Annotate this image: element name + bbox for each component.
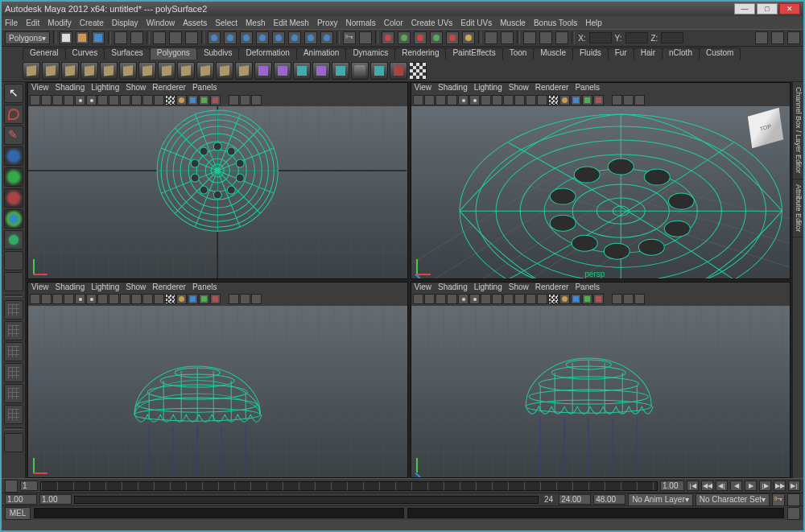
shelf-torus-icon[interactable]	[119, 62, 137, 80]
mask-misc-icon[interactable]	[320, 31, 333, 44]
vp-menu-renderer[interactable]: Renderer	[152, 282, 186, 293]
vp-renderer3-icon[interactable]	[634, 95, 645, 105]
vp-isolate-icon[interactable]	[559, 95, 570, 105]
viewport-top[interactable]: View Shading Lighting Show Renderer Pane…	[27, 82, 408, 279]
go-end-button[interactable]: ▶|	[788, 480, 800, 491]
sel-component-icon[interactable]	[169, 31, 182, 44]
vp-bookmark-icon[interactable]	[424, 294, 435, 304]
time-current-end-field[interactable]	[660, 480, 684, 491]
tab-fur[interactable]: Fur	[608, 47, 634, 60]
lasso-tool-icon[interactable]	[4, 105, 23, 124]
vp-image-plane-icon[interactable]	[436, 95, 446, 105]
vp-textured-icon[interactable]	[131, 95, 142, 105]
minimize-button[interactable]: —	[734, 3, 755, 14]
mask-curve-icon[interactable]	[240, 31, 253, 44]
viewport-front[interactable]: View Shading Lighting Show Renderer Pane…	[27, 282, 408, 479]
layout-three-top-icon[interactable]	[4, 384, 23, 403]
vp-menu-view[interactable]: View	[31, 282, 49, 293]
menu-proxy[interactable]: Proxy	[317, 19, 338, 27]
vp-wireframe-icon[interactable]	[492, 95, 502, 105]
snap-live-icon[interactable]	[446, 31, 459, 44]
vp-menu-shading[interactable]: Shading	[56, 282, 85, 293]
vp-menu-lighting[interactable]: Lighting	[474, 83, 502, 93]
vp-shaded-icon[interactable]	[120, 294, 130, 304]
vp-camera-select-icon[interactable]	[30, 95, 40, 105]
vp-menu-lighting[interactable]: Lighting	[91, 282, 119, 293]
menu-display[interactable]: Display	[112, 19, 138, 27]
vp-menu-show[interactable]: Show	[509, 282, 529, 293]
undo-icon[interactable]	[114, 31, 127, 44]
menu-bonustools[interactable]: Bonus Tools	[534, 19, 577, 27]
layout-single-icon[interactable]	[4, 300, 23, 320]
vp-hqrender-icon[interactable]	[548, 95, 559, 105]
vp-safe-area-icon[interactable]	[97, 294, 108, 304]
tab-custom[interactable]: Custom	[699, 47, 741, 60]
vp-bookmark-icon[interactable]	[41, 95, 52, 105]
vp-menu-panels[interactable]: Panels	[575, 83, 600, 93]
vp-renderer1-icon[interactable]	[229, 294, 239, 304]
shelf-platonic-icon[interactable]	[235, 62, 253, 80]
vp-menu-renderer[interactable]: Renderer	[535, 83, 569, 93]
char-set-selector[interactable]: No Character Set ▾	[696, 493, 770, 506]
range-start-outer[interactable]	[5, 494, 37, 505]
vp-wireframe-icon[interactable]	[109, 294, 119, 304]
tab-toon[interactable]: Toon	[502, 47, 535, 60]
vp-renderer3-icon[interactable]	[251, 294, 262, 304]
vp-renderer2-icon[interactable]	[240, 95, 250, 105]
script-editor-icon[interactable]	[787, 507, 800, 520]
menu-normals[interactable]: Normals	[346, 19, 376, 27]
vp-lights-icon[interactable]	[526, 95, 536, 105]
attribute-editor-tab[interactable]: Attribute Editor	[793, 179, 803, 238]
vp-bookmark-icon[interactable]	[41, 294, 52, 304]
tab-animation[interactable]: Animation	[296, 47, 346, 60]
last-tool-icon[interactable]	[4, 272, 23, 291]
prefs-icon[interactable]	[787, 493, 800, 506]
tab-surfaces[interactable]: Surfaces	[104, 47, 150, 60]
vp-grid-icon[interactable]	[593, 95, 604, 105]
vp-grid-icon[interactable]	[210, 294, 221, 304]
shelf-pipe-icon[interactable]	[177, 62, 195, 80]
shelf-cube-icon[interactable]	[42, 62, 60, 80]
vp-menu-show[interactable]: Show	[509, 83, 529, 93]
step-fwd-button[interactable]: |▶	[759, 480, 771, 491]
shelf-pyramid-icon[interactable]	[158, 62, 175, 80]
mask-deform-icon[interactable]	[272, 31, 285, 44]
tab-rendering[interactable]: Rendering	[394, 47, 446, 60]
vp-wireframe-icon[interactable]	[109, 95, 119, 105]
vp-xrayjoint-icon[interactable]	[582, 294, 592, 304]
tab-general[interactable]: General	[23, 47, 66, 60]
vp-xray-icon[interactable]	[188, 294, 198, 304]
menu-help[interactable]: Help	[585, 19, 602, 27]
construction-history-icon[interactable]	[501, 31, 514, 44]
vp-xrayjoint-icon[interactable]	[199, 294, 209, 304]
highlight-icon[interactable]	[359, 31, 372, 44]
command-input[interactable]	[34, 508, 404, 518]
snap-curve-icon[interactable]	[398, 31, 411, 44]
range-start-inner[interactable]	[39, 494, 72, 505]
menu-edit[interactable]: Edit	[26, 19, 39, 27]
shelf-soccer-icon[interactable]	[216, 62, 233, 80]
snap-plane-icon[interactable]	[430, 31, 443, 44]
vp-renderer2-icon[interactable]	[623, 95, 634, 105]
vp-hqrender-icon[interactable]	[165, 294, 175, 304]
vp-menu-panels[interactable]: Panels	[575, 282, 600, 293]
viewport-persp[interactable]: View Shading Lighting Show Renderer Pane…	[411, 82, 791, 279]
history-icon[interactable]	[485, 31, 497, 44]
x-field[interactable]	[589, 32, 612, 43]
save-scene-icon[interactable]	[92, 31, 105, 44]
vp-2d-pan-icon[interactable]	[447, 95, 457, 105]
vp-2d-pan-icon[interactable]	[64, 294, 74, 304]
vp-film-gate-icon[interactable]	[86, 95, 97, 105]
mask-surface-icon[interactable]	[256, 31, 269, 44]
vp-wireframe-icon[interactable]	[492, 294, 502, 304]
vp-camera-select-icon[interactable]	[413, 95, 423, 105]
vp-lights-icon[interactable]	[142, 95, 153, 105]
shelf-plane-icon[interactable]	[100, 62, 118, 80]
vp-menu-show[interactable]: Show	[126, 282, 146, 293]
tab-subdivs[interactable]: Subdivs	[196, 47, 240, 60]
menu-window[interactable]: Window	[147, 19, 175, 27]
shelf-combine-icon[interactable]	[254, 62, 272, 80]
vp-isolate-icon[interactable]	[559, 294, 570, 304]
vp-textured-icon[interactable]	[514, 95, 525, 105]
shelf-sphere-icon[interactable]	[23, 62, 40, 80]
